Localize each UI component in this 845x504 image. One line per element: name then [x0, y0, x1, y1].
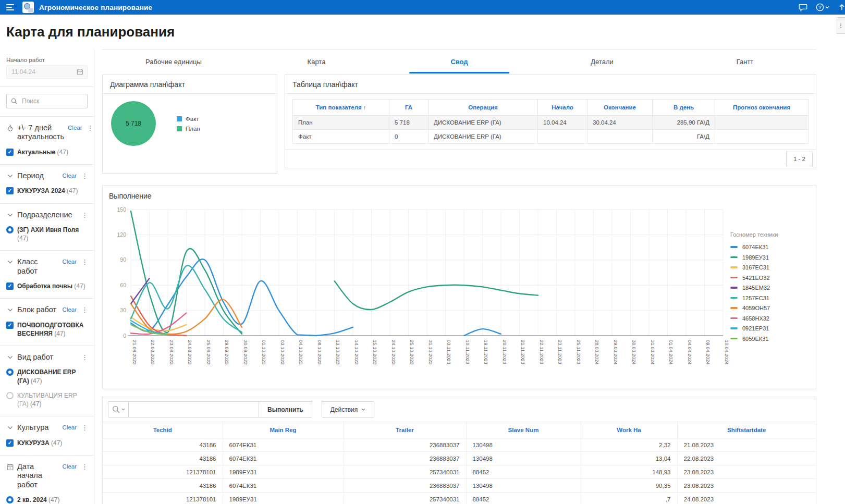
checkbox-checked[interactable]: ✓: [6, 187, 14, 194]
pie-legend-item[interactable]: Факт: [177, 116, 200, 122]
upload-icon[interactable]: [838, 3, 845, 11]
search-icon: [11, 97, 17, 105]
filter-option-count: (47): [51, 439, 62, 447]
plan-fact-column-header[interactable]: ГА: [389, 100, 428, 116]
radio[interactable]: [6, 392, 14, 399]
filter-option[interactable]: ДИСКОВАНИЕ ERP (ГА) (47): [6, 368, 88, 385]
filter-search-input[interactable]: [21, 97, 83, 105]
checkbox-checked[interactable]: ✓: [6, 322, 14, 329]
chevron-down-icon[interactable]: [6, 423, 14, 432]
tab-1[interactable]: Рабочие единицы: [102, 50, 245, 73]
tab-4[interactable]: Детали: [531, 50, 673, 73]
filter-option[interactable]: ✓Актуальные (47): [6, 148, 88, 156]
line-legend-label: 0921ЕР31: [742, 325, 769, 331]
tab-5[interactable]: Гантт: [673, 50, 816, 73]
clear-filter-link[interactable]: Clear: [68, 124, 82, 131]
chat-icon[interactable]: [799, 4, 807, 11]
divider: [0, 346, 94, 346]
menu-icon[interactable]: [6, 4, 14, 10]
filter-option[interactable]: ✓КУКУРУЗА (47): [6, 439, 88, 447]
line-legend-item[interactable]: 0921ЕР31: [730, 325, 807, 331]
detail-column-header[interactable]: Shiftstartdate: [677, 422, 816, 438]
pagination[interactable]: 1 - 2: [786, 152, 813, 166]
svg-text:10.11.2023: 10.11.2023: [465, 340, 471, 364]
kebab-menu-icon[interactable]: ⋮: [80, 257, 88, 265]
checkbox-checked[interactable]: ✓: [6, 282, 14, 290]
line-legend-item[interactable]: 4059ОН57: [730, 305, 807, 311]
line-legend-label: 1989ЕУ31: [742, 254, 769, 261]
filter-option[interactable]: 2 кв. 2024 (47): [6, 496, 88, 504]
detail-column-header[interactable]: Techid: [103, 422, 223, 438]
checkbox-checked[interactable]: ✓: [6, 439, 14, 447]
detail-column-header[interactable]: Trailer: [344, 422, 466, 438]
help-icon[interactable]: ?: [816, 3, 829, 11]
filter-option[interactable]: КУЛЬТИВАЦИЯ ERP (ГА) (47): [6, 391, 88, 408]
kebab-menu-icon[interactable]: ⋮: [80, 305, 88, 313]
legend-swatch: [730, 338, 738, 340]
detail-column-header[interactable]: Slave Num: [466, 422, 581, 438]
filter-option-count: (47): [54, 330, 65, 337]
plan-fact-column-header[interactable]: Прогноз окончания: [715, 100, 809, 116]
kebab-menu-icon[interactable]: ⋮: [80, 211, 88, 218]
plan-fact-column-header[interactable]: Начало: [538, 100, 587, 116]
report-search-input[interactable]: [129, 401, 259, 417]
divider: [0, 455, 94, 456]
overflow-menu-icon[interactable]: ⁝: [837, 17, 845, 34]
svg-text:13.10.2023: 13.10.2023: [335, 340, 341, 365]
line-legend-item[interactable]: 1257ЕС31: [730, 295, 807, 301]
filter-option[interactable]: ✓Обработка почвы (47): [6, 282, 88, 290]
clear-filter-link[interactable]: Clear: [63, 171, 77, 179]
line-legend-item[interactable]: 1845ЕМ32: [730, 285, 807, 291]
detail-column-header[interactable]: Work Ha: [581, 422, 677, 438]
legend-swatch: [730, 266, 738, 268]
execute-button[interactable]: Выполнить: [259, 401, 312, 417]
chevron-down-icon[interactable]: [6, 171, 14, 180]
filter-search[interactable]: [6, 94, 88, 108]
plan-fact-column-header[interactable]: Операция: [428, 100, 538, 116]
chevron-down-icon[interactable]: [6, 353, 14, 361]
filter-option[interactable]: (ЗГ) АХИ Ивня Поля (47): [6, 226, 88, 242]
kebab-menu-icon[interactable]: ⋮: [80, 171, 88, 179]
clear-filter-link[interactable]: Clear: [63, 305, 77, 313]
chevron-down-icon[interactable]: [6, 305, 14, 314]
pie-value-label: 5 718: [126, 120, 141, 127]
actions-button[interactable]: Действия: [322, 401, 375, 417]
tab-2[interactable]: Карта: [245, 50, 388, 73]
pie-legend-item[interactable]: План: [177, 126, 200, 132]
report-search-button[interactable]: [108, 401, 129, 417]
detail-column-header[interactable]: Main Reg: [223, 422, 344, 438]
svg-text:30.09.2023: 30.09.2023: [243, 340, 249, 365]
plan-fact-column-header[interactable]: В день: [653, 100, 715, 116]
radio-selected[interactable]: [6, 368, 14, 376]
line-legend-item[interactable]: 4658НХ32: [730, 315, 807, 322]
plan-fact-column-header[interactable]: Тип показателя↑: [293, 100, 389, 116]
calendar-icon[interactable]: [77, 68, 83, 76]
clear-filter-link[interactable]: Clear: [63, 462, 77, 470]
clear-filter-link[interactable]: Clear: [63, 257, 77, 265]
kebab-menu-icon[interactable]: ⋮: [80, 423, 88, 431]
checkbox-checked[interactable]: ✓: [6, 149, 14, 156]
chevron-down-icon[interactable]: [6, 257, 14, 266]
filter-option[interactable]: ✓ПОЧВОПОДГОТОВКА ВЕСЕННЯЯ (47): [6, 321, 88, 338]
line-legend-item[interactable]: 3167ЕС31: [730, 264, 807, 271]
line-legend-item[interactable]: 6059ЕК31: [730, 336, 807, 342]
radio-selected[interactable]: [6, 496, 14, 503]
work-start-field[interactable]: [6, 65, 88, 79]
line-legend-item[interactable]: 6074ЕК31: [730, 244, 807, 250]
kebab-menu-icon[interactable]: ⋮: [86, 124, 93, 131]
filter-option[interactable]: ✓КУКУРУЗА 2024 (47): [6, 187, 88, 195]
tab-3[interactable]: Свод: [388, 50, 531, 73]
kebab-menu-icon[interactable]: ⋮: [80, 353, 88, 361]
kebab-menu-icon[interactable]: ⋮: [80, 462, 88, 470]
work-start-input[interactable]: [10, 68, 77, 76]
plan-fact-column-header[interactable]: Окончание: [587, 100, 653, 116]
line-legend-item[interactable]: 5421ЕО32: [730, 275, 807, 281]
clear-filter-link[interactable]: Clear: [63, 423, 77, 431]
legend-swatch: [177, 116, 182, 121]
line-legend-item[interactable]: 1989ЕУ31: [730, 254, 807, 261]
svg-text:25.08.2023: 25.08.2023: [206, 340, 212, 365]
filter-group-5: Блок работClear⋮✓ПОЧВОПОДГОТОВКА ВЕСЕННЯ…: [6, 305, 88, 338]
chevron-down-icon[interactable]: [6, 211, 14, 219]
radio-selected[interactable]: [6, 226, 14, 233]
line-legend-label: 6074ЕК31: [742, 244, 768, 250]
